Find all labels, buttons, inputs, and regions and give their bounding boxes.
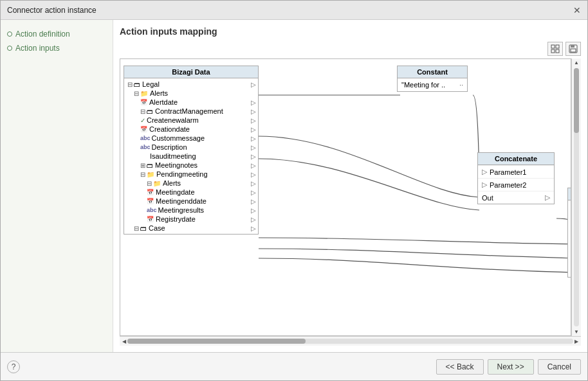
tree-item: ⊟ 📁 Alerts bbox=[124, 89, 258, 98]
expand-icon[interactable]: ⊞ bbox=[140, 162, 145, 169]
hscroll-track[interactable] bbox=[127, 339, 573, 344]
item-label: Alertdate bbox=[149, 98, 178, 106]
sidebar-item-label: Action definition bbox=[15, 30, 70, 39]
tree-item: ⊟ 📁 Alerts ▷ bbox=[124, 179, 258, 188]
item-icon: 📅 bbox=[147, 198, 154, 204]
scroll-left-arrow[interactable]: ◀ bbox=[121, 339, 127, 344]
titlebar: Connector action instance ✕ bbox=[1, 1, 587, 20]
svg-rect-1 bbox=[556, 45, 559, 48]
item-label: Description bbox=[152, 143, 187, 151]
dialog-footer: ? << Back Next >> Cancel bbox=[1, 352, 587, 380]
item-icon: 📅 bbox=[147, 216, 154, 222]
expand-icon[interactable]: ⊟ bbox=[140, 108, 145, 115]
out-dot: ▷ bbox=[545, 193, 550, 202]
expand-icon[interactable]: ⊟ bbox=[127, 81, 133, 88]
item-icon: 📅 bbox=[147, 189, 154, 195]
arrow-icon: ▷ bbox=[251, 117, 258, 124]
item-icon: 📅 bbox=[140, 126, 147, 132]
concat-row: Out ▷ bbox=[478, 191, 554, 204]
item-label: Meetingdate bbox=[156, 188, 195, 196]
trigger-row: ▷ abc EndTime bbox=[568, 266, 571, 277]
arrow-icon: ▷ bbox=[251, 108, 258, 115]
mapping-inner: Bizagi Data ⊟ 🗃 Legal ▷ bbox=[120, 58, 581, 336]
toolbar-save-button[interactable] bbox=[565, 42, 581, 56]
trigger-row: ▷ ⊟ 📁 input bbox=[568, 211, 571, 222]
bizagi-panel: Bizagi Data ⊟ 🗃 Legal ▷ bbox=[124, 66, 259, 235]
expand-icon[interactable]: ⊟ bbox=[140, 171, 145, 178]
item-icon: 🗃 bbox=[147, 162, 153, 169]
mapping-scroll-area[interactable]: Bizagi Data ⊟ 🗃 Legal ▷ bbox=[120, 58, 571, 336]
hscroll-thumb[interactable] bbox=[127, 339, 306, 344]
scroll-down-arrow[interactable]: ▼ bbox=[573, 328, 580, 336]
constant-text: "Meeting for .. bbox=[401, 81, 445, 89]
item-label: Meetingenddate bbox=[156, 197, 207, 205]
constant-panel-header: Constant bbox=[398, 66, 467, 78]
tree-item: abc Meetingresults ▷ bbox=[124, 206, 258, 215]
mapping-outer: Bizagi Data ⊟ 🗃 Legal ▷ bbox=[120, 58, 581, 346]
item-label: Alerts bbox=[150, 89, 168, 97]
expand-icon[interactable]: ⊟ bbox=[147, 180, 152, 187]
vertical-scrollbar[interactable]: ▲ ▼ bbox=[571, 58, 581, 336]
item-label: Registrydate bbox=[156, 215, 196, 223]
tree-item: 📅 Creationdate ▷ bbox=[124, 125, 258, 134]
abc-icon: abc bbox=[147, 207, 157, 213]
sidebar-item-action-definition[interactable]: Action definition bbox=[7, 30, 106, 39]
arrow-icon: ▷ bbox=[251, 81, 258, 88]
tree-item: ⊟ 🗃 Case ▷ bbox=[124, 224, 258, 233]
trigger-panel-header: trigger-flow bbox=[568, 188, 571, 200]
scroll-thumb[interactable] bbox=[574, 68, 579, 133]
trigger-row: ▷ ⊟ 📁 inputs bbox=[568, 200, 571, 211]
in-dot: ▷ bbox=[482, 181, 487, 189]
item-label: Isauditmeeting bbox=[150, 152, 196, 160]
item-label: Alerts bbox=[163, 179, 181, 187]
svg-rect-6 bbox=[571, 49, 576, 52]
close-button[interactable]: ✕ bbox=[573, 6, 581, 15]
tree-item: ⊞ 🗃 Meetingnotes ▷ bbox=[124, 161, 258, 170]
expand-icon[interactable]: ⊟ bbox=[134, 225, 139, 232]
svg-rect-3 bbox=[556, 49, 559, 53]
trigger-row: ▷ ⊟ 📁 body bbox=[568, 233, 571, 244]
help-button[interactable]: ? bbox=[7, 360, 20, 373]
item-label: Case bbox=[149, 224, 165, 232]
concat-row: ▷ Parameter2 bbox=[478, 178, 554, 191]
trigger-flow-panel: trigger-flow ▷ ⊟ 📁 inputs bbox=[567, 188, 571, 278]
tree-item: 📅 Registrydate ▷ bbox=[124, 215, 258, 224]
concat-out: Out bbox=[482, 194, 493, 202]
arrow-icon: ▷ bbox=[251, 171, 258, 178]
scroll-track[interactable] bbox=[574, 68, 579, 326]
item-icon: 🗃 bbox=[147, 108, 153, 115]
check-icon: ✓ bbox=[140, 117, 145, 124]
tree-item: abc Custommessage ▷ bbox=[124, 134, 258, 143]
scroll-right-arrow[interactable]: ▶ bbox=[573, 339, 580, 344]
dialog-body: Action definition Action inputs Action i… bbox=[1, 20, 587, 352]
abc-icon: abc bbox=[140, 135, 151, 141]
trigger-row: ▷ abc StartTime bbox=[568, 255, 571, 266]
item-label: ContractManagement bbox=[155, 107, 223, 115]
svg-rect-5 bbox=[571, 45, 574, 48]
sidebar-item-label: Action inputs bbox=[15, 44, 60, 53]
tree-item: abc Description ▷ bbox=[124, 143, 258, 152]
tree-item: Isauditmeeting ▷ bbox=[124, 152, 258, 161]
back-button[interactable]: << Back bbox=[436, 359, 484, 375]
expand-icon[interactable]: ⊟ bbox=[134, 90, 139, 97]
item-label: Custommessage bbox=[152, 134, 205, 142]
item-label: Legal bbox=[142, 80, 160, 88]
item-icon: 🗃 bbox=[140, 225, 147, 232]
bizagi-panel-header: Bizagi Data bbox=[124, 66, 258, 78]
item-icon: 📁 bbox=[147, 171, 154, 178]
arrow-icon: ▷ bbox=[251, 216, 258, 223]
item-label: Creationdate bbox=[149, 125, 190, 133]
abc-icon: abc bbox=[140, 144, 151, 150]
arrow-icon: ▷ bbox=[251, 207, 258, 214]
next-button[interactable]: Next >> bbox=[488, 359, 534, 375]
sidebar: Action definition Action inputs bbox=[1, 20, 113, 352]
toolbar-layout-button[interactable] bbox=[547, 42, 563, 56]
scroll-up-arrow[interactable]: ▲ bbox=[573, 58, 580, 67]
sidebar-item-action-inputs[interactable]: Action inputs bbox=[7, 44, 106, 53]
item-icon: 📁 bbox=[140, 90, 148, 97]
horizontal-scrollbar[interactable]: ◀ ▶ bbox=[120, 336, 581, 346]
arrow-icon: ▷ bbox=[251, 189, 258, 196]
arrow-icon: ▷ bbox=[251, 162, 258, 169]
cancel-button[interactable]: Cancel bbox=[538, 359, 581, 375]
constant-panel: Constant "Meeting for .. ·· bbox=[397, 66, 468, 92]
